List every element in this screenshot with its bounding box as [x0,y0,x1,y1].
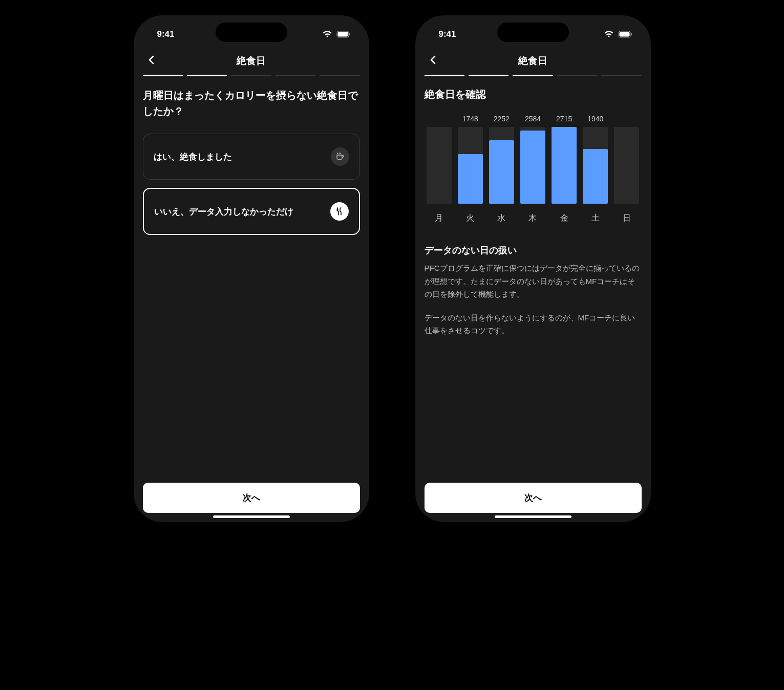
option-label: いいえ、データ入力しなかっただけ [154,206,293,218]
day-label: 水 [489,213,514,224]
home-indicator[interactable] [213,515,290,518]
bar-value-label: 1940 [587,115,603,124]
chart-bar-日 [614,115,639,204]
bar-fill [458,154,483,204]
page-title: 絶食日 [518,54,547,68]
progress-indicator [134,75,369,88]
bar-fill [520,131,545,204]
status-time: 9:41 [439,29,456,39]
info-block: データのない日の扱い PFCプログラムを正確に保つにはデータが完全に揃っているの… [425,244,642,337]
bar-track [458,127,483,204]
bar-track [583,127,608,204]
svg-rect-4 [619,32,629,37]
section-title: 絶食日を確認 [425,88,642,101]
bar-track [520,127,545,204]
option-no-just-no-data[interactable]: いいえ、データ入力しなかっただけ [143,188,360,235]
battery-icon [336,31,351,38]
day-label: 木 [520,213,545,224]
status-icons [322,31,351,38]
header: 絶食日 [134,46,369,75]
bar-track [489,127,514,204]
option-yes-fasted[interactable]: はい、絶食しました [143,134,360,180]
content: 絶食日を確認 17482252258427151940 月火水木金土日 データの… [415,88,651,473]
progress-seg [557,75,597,76]
progress-seg [601,75,641,76]
info-paragraph: PFCプログラムを正確に保つにはデータが完全に揃っているのが理想です。たまにデー… [425,262,642,301]
bar-value-label: 1748 [462,115,478,124]
content: 月曜日はまったくカロリーを摂らない絶食日でしたか？ はい、絶食しました いいえ、… [134,88,369,473]
bar-track [614,127,639,204]
progress-seg [231,75,271,76]
svg-rect-2 [349,33,350,36]
next-button[interactable]: 次へ [425,483,642,513]
day-label: 金 [552,213,577,224]
bar-value-label: 2252 [494,115,510,124]
bar-fill [489,140,514,204]
progress-seg [143,75,183,76]
option-label: はい、絶食しました [154,151,232,163]
progress-seg [320,75,359,76]
next-button[interactable]: 次へ [143,483,360,513]
progress-seg [187,75,227,76]
day-label: 月 [427,213,452,224]
chart-bar-火: 1748 [458,115,483,204]
back-button[interactable] [143,51,159,71]
bar-value-label: 2715 [556,115,572,124]
day-label: 土 [583,213,608,224]
phone-screen-left: 9:41 絶食日 月曜日はまったくカロリーを摂らない絶食日でしたか？ はい、絶食… [134,15,369,522]
device-notch [216,23,287,42]
bar-fill [583,149,608,204]
device-notch [497,23,569,42]
weekly-calorie-chart: 17482252258427151940 月火水木金土日 [425,112,642,224]
bar-fill [552,127,577,204]
bar-track [552,127,577,204]
chart-bar-金: 2715 [552,115,577,204]
chart-bar-水: 2252 [489,115,514,204]
back-button[interactable] [425,51,441,71]
utensils-icon [330,202,349,221]
footer: 次へ [415,473,651,522]
question-text: 月曜日はまったくカロリーを摂らない絶食日でしたか？ [143,88,360,119]
status-icons [604,31,632,38]
progress-seg [425,75,464,76]
chart-bar-月 [427,115,452,204]
home-indicator[interactable] [495,515,571,518]
info-title: データのない日の扱い [425,244,642,256]
chart-bar-木: 2584 [520,115,545,204]
day-label: 火 [458,213,483,224]
progress-seg [513,75,553,76]
page-title: 絶食日 [237,54,266,68]
battery-icon [618,31,632,38]
progress-seg [276,75,315,76]
footer: 次へ [134,473,369,522]
header: 絶食日 [415,46,651,75]
progress-indicator [415,75,651,88]
day-label: 日 [614,213,639,224]
wifi-icon [604,31,614,38]
bar-value-label: 2584 [525,115,541,124]
status-time: 9:41 [157,29,175,39]
svg-rect-5 [631,33,632,36]
wifi-icon [322,31,332,38]
info-paragraph: データのない日を作らないようにするのが、MFコーチに良い仕事をさせるコツです。 [425,311,642,337]
progress-seg [469,75,508,76]
bar-track [427,127,452,204]
chart-bar-土: 1940 [583,115,608,204]
svg-rect-1 [337,32,348,37]
phone-screen-right: 9:41 絶食日 絶食日を確認 17482252258427151940 月火水… [415,15,651,522]
coffee-icon [331,147,349,166]
